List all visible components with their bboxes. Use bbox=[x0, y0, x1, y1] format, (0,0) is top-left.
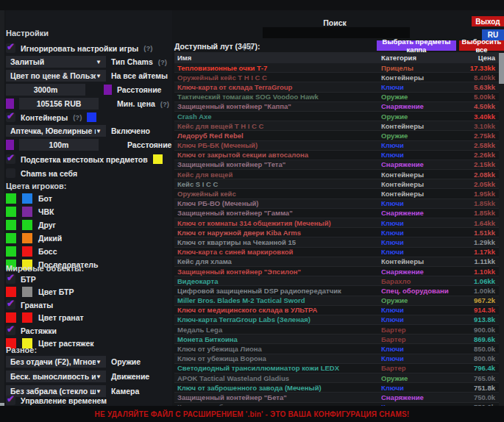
help-icon[interactable]: (?) bbox=[158, 58, 167, 66]
table-row[interactable]: Кейс для вещейКонтейнеры2.08kk bbox=[174, 170, 499, 179]
table-row[interactable]: Ключ от убежища ЛионаКлючи850.0k bbox=[174, 344, 499, 354]
table-row[interactable]: ВидеокартаБарахло1.06kk bbox=[174, 276, 499, 286]
self-chams-checkbox[interactable]: Chams на себя bbox=[6, 168, 169, 178]
table-row[interactable]: Ключ от комнаты 314 общежития (Меченый)К… bbox=[174, 218, 499, 228]
item-category: Спец. оборудование bbox=[381, 287, 449, 295]
sidebar-scrollbar[interactable] bbox=[0, 10, 4, 422]
dropdown-value: Цвет по цене & Пользователь bbox=[10, 71, 96, 80]
table-row[interactable]: Ключ-карта от склада TerraGroupКлючи5.63… bbox=[174, 82, 499, 92]
containers-distance-color-swatch[interactable] bbox=[6, 140, 14, 150]
chams-type-dropdown[interactable]: Залитый ▼ bbox=[6, 56, 106, 68]
containers-checkbox[interactable]: Контейнеры (?) bbox=[6, 112, 169, 122]
table-row[interactable]: Кейс для вещей T H I C CКонтейнеры3.10kk bbox=[174, 121, 499, 131]
containers-distance-input[interactable] bbox=[19, 139, 99, 151]
player-color-Босс-color-1-swatch[interactable] bbox=[6, 246, 16, 257]
table-row[interactable]: Монета БиткоинаБартер869.6k bbox=[174, 335, 499, 344]
world-object-Растяжки[interactable]: Растяжки bbox=[6, 325, 169, 336]
table-row[interactable]: Crash AxeОружие3.40kk bbox=[174, 112, 499, 121]
table-row[interactable]: Цифровой защищенный DSP радиопередатчикС… bbox=[174, 286, 499, 296]
table-row[interactable]: Защищенный контейнер "Эпсилон"Снаряжение… bbox=[174, 267, 499, 276]
player-color-Бот-color-2-swatch[interactable] bbox=[22, 193, 32, 204]
checkbox-icon[interactable] bbox=[6, 300, 15, 310]
world-object-Цвет БТР-color-2-swatch[interactable] bbox=[22, 287, 32, 297]
player-color-Бот-color-1-swatch[interactable] bbox=[6, 193, 16, 204]
help-icon[interactable]: (?) bbox=[160, 100, 169, 108]
player-color-Друг-color-2-swatch[interactable] bbox=[22, 220, 32, 230]
table-row[interactable]: Защищенный контейнер "Гамма"Снаряжение1.… bbox=[174, 209, 499, 218]
table-row[interactable]: Кейс S I C CКонтейнеры2.05kk bbox=[174, 179, 499, 189]
min-price-color-swatch[interactable] bbox=[6, 99, 14, 109]
table-row[interactable]: Ключ от убежища ВоронаКлючи800.0k bbox=[174, 354, 499, 364]
player-color-Дикий-color-2-swatch[interactable] bbox=[22, 233, 32, 243]
checkbox-icon[interactable] bbox=[6, 43, 15, 53]
table-row[interactable]: Ключ от наружной двери Kiba ArmsКлючи1.5… bbox=[174, 228, 499, 237]
world-object-Гранаты[interactable]: Гранаты bbox=[6, 299, 169, 310]
help-icon[interactable]: (?) bbox=[243, 43, 252, 51]
player-color-Босс-color-2-swatch[interactable] bbox=[22, 246, 32, 257]
item-price: 751.8k bbox=[449, 384, 499, 392]
column-header-category[interactable]: Категория bbox=[381, 54, 449, 62]
table-row[interactable]: Тактический томагавк SOG Voodoo HawkОруж… bbox=[174, 93, 499, 102]
table-row[interactable]: Ключ от закрытой секции автосалонаКлючи2… bbox=[174, 151, 499, 160]
containers-color-swatch[interactable] bbox=[87, 112, 96, 122]
distance-input[interactable] bbox=[6, 84, 85, 96]
item-name: Защищенный контейнер "Гамма" bbox=[174, 209, 381, 217]
table-row[interactable]: Защищенный контейнер "Тета"Снаряжение2.1… bbox=[174, 160, 499, 170]
table-row[interactable]: Ключ-карта с синей маркировкойКлючи1.17k… bbox=[174, 248, 499, 257]
player-color-ЧВК-color-1-swatch[interactable] bbox=[6, 207, 16, 217]
quest-highlight-checkbox[interactable]: Подсветка квестовых предметов bbox=[6, 154, 169, 164]
table-row[interactable]: Ключ-карта TerraGroup Labs (Зеленая)Ключ… bbox=[174, 315, 499, 325]
exit-button[interactable]: Выход bbox=[472, 16, 504, 26]
table-row[interactable]: Ключ РБ-БК (Меченый)Ключи2.58kk bbox=[174, 141, 499, 151]
distance-color-swatch[interactable] bbox=[104, 85, 112, 95]
loot-scrollbar[interactable] bbox=[499, 52, 504, 406]
table-row[interactable]: APOK Tactical Wasteland GladiusОружие765… bbox=[174, 373, 499, 383]
checkbox-icon[interactable] bbox=[6, 112, 15, 122]
column-header-price[interactable]: Цена bbox=[449, 54, 499, 62]
column-header-name[interactable]: Имя bbox=[174, 54, 381, 62]
loot-scrollbar-thumb[interactable] bbox=[499, 53, 504, 84]
table-row[interactable]: Оружейный кейсКонтейнеры1.95kk bbox=[174, 189, 499, 199]
player-color-ЧВК-color-2-swatch[interactable] bbox=[22, 207, 32, 217]
table-row[interactable]: Ледоруб Red RebelОружие2.75kk bbox=[174, 131, 499, 140]
time-control-checkbox[interactable]: Управление временем bbox=[6, 396, 169, 405]
misc-dropdown[interactable]: Беск. выносливость и нет уста▼ bbox=[6, 371, 106, 382]
quest-color-swatch[interactable] bbox=[153, 154, 163, 164]
table-row[interactable]: Тепловизионные очки Т-7Прицелы17.33kk bbox=[174, 63, 499, 73]
player-color-Друг-color-1-swatch[interactable] bbox=[6, 220, 16, 230]
color-mode-dropdown[interactable]: Цвет по цене & Пользователь ▼ bbox=[6, 70, 106, 82]
help-icon[interactable]: (?) bbox=[73, 113, 82, 121]
world-object-Цвет БТР-color-1-swatch[interactable] bbox=[6, 287, 16, 297]
table-row[interactable]: Светодиодный трансиллюминатор кожи LEDXБ… bbox=[174, 364, 499, 373]
table-row[interactable]: Кейс для хламаКонтейнеры1.11kk bbox=[174, 257, 499, 267]
checkbox-icon[interactable] bbox=[6, 274, 15, 284]
table-row[interactable]: Miller Bros. Blades M-2 Tactical SwordОр… bbox=[174, 296, 499, 306]
help-icon[interactable]: (?) bbox=[143, 44, 152, 52]
select-kappa-items-button[interactable]: Выбрать предметы каппа bbox=[377, 40, 456, 51]
table-row[interactable]: Медаль LegaБартер900.0k bbox=[174, 325, 499, 335]
distance-row: Расстояние bbox=[6, 84, 169, 96]
checkbox-icon[interactable] bbox=[6, 168, 15, 178]
table-row[interactable]: Ключ от медицинского склада в УЛЬТРАКлюч… bbox=[174, 306, 499, 315]
table-row[interactable]: Ключ от заброшенного завода (Меченый)Клю… bbox=[174, 383, 499, 393]
table-row[interactable]: Оружейный кейс T H I C CКонтейнеры8.40kk bbox=[174, 73, 499, 82]
world-object-Цвет гранат-color-2-swatch[interactable] bbox=[22, 312, 32, 323]
search-input[interactable] bbox=[263, 27, 410, 38]
checkbox-icon[interactable] bbox=[6, 326, 15, 335]
checkbox-icon[interactable] bbox=[6, 396, 15, 405]
player-color-Дикий-color-1-swatch[interactable] bbox=[6, 233, 16, 243]
ignore-game-settings-checkbox[interactable]: Игнорировать настройки игры (?) bbox=[6, 43, 169, 53]
chevron-down-icon: ▼ bbox=[96, 128, 102, 135]
containers-filter-dropdown[interactable]: Аптечка, Ювелирные и... ▼ bbox=[6, 125, 106, 137]
min-price-input[interactable] bbox=[19, 98, 99, 110]
table-row[interactable]: Защищенный контейнер "Бета"Снаряжение750… bbox=[174, 393, 499, 402]
world-object-Цвет гранат-color-1-swatch[interactable] bbox=[6, 312, 16, 323]
checkbox-icon[interactable] bbox=[6, 154, 15, 164]
table-row[interactable]: Ключ РБ-ВО (Меченый)Ключи1.85kk bbox=[174, 199, 499, 209]
drop-all-button[interactable]: Выбросить все bbox=[459, 40, 504, 51]
misc-dropdown[interactable]: Без отдачи (F2), Мгновенное п▼ bbox=[6, 356, 106, 368]
table-row[interactable]: Защищенный контейнер "Каппа"Снаряжение4.… bbox=[174, 102, 499, 112]
table-row[interactable]: Ключ от квартиры на Чеканной 15Ключи1.29… bbox=[174, 237, 499, 247]
misc-dropdown-row: Беск. выносливость и нет уста▼Движение bbox=[6, 371, 169, 382]
world-object-БТР[interactable]: БТР bbox=[6, 273, 169, 285]
